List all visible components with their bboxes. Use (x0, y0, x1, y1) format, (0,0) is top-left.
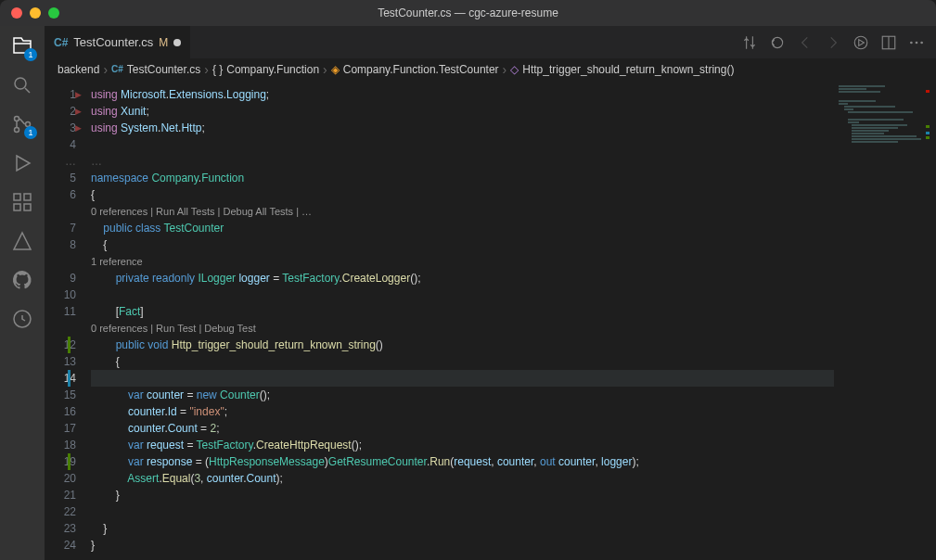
maximize-window-button[interactable] (48, 7, 59, 19)
editor-actions (741, 34, 936, 51)
current-line-highlight (91, 370, 936, 387)
gutter-added-icon (68, 337, 71, 353)
extensions-icon[interactable] (11, 191, 33, 213)
more-actions-icon[interactable] (908, 34, 925, 51)
code-editor[interactable]: 1 2 3 4 … 5 6 7 8 9 10 11 12 13 14 15 16 (45, 81, 936, 560)
gutter-modified-icon (68, 370, 71, 387)
error-marker-icon: ▶ (75, 120, 82, 136)
breadcrumb-file[interactable]: TestCounter.cs (127, 63, 200, 76)
svg-rect-4 (14, 194, 20, 200)
next-change-icon[interactable] (825, 34, 841, 51)
window-title: TestCounter.cs — cgc-azure-resume (378, 6, 558, 19)
explorer-icon[interactable]: 1 (11, 35, 33, 57)
svg-point-1 (15, 117, 19, 121)
svg-point-0 (15, 78, 26, 89)
svg-rect-6 (14, 204, 20, 210)
breadcrumb-namespace[interactable]: Company.Function (226, 63, 319, 76)
codelens-method[interactable]: 0 references | Run Test | Debug Test (91, 320, 256, 337)
overview-ruler (923, 81, 936, 560)
class-symbol-icon: ◈ (331, 63, 340, 76)
traffic-lights (0, 7, 59, 19)
error-marker-icon: ▶ (75, 103, 82, 120)
titlebar: TestCounter.cs — cgc-azure-resume (0, 0, 936, 26)
remote-icon[interactable] (11, 308, 33, 330)
explorer-badge: 1 (24, 48, 37, 61)
breadcrumb-class[interactable]: Company.Function.TestCounter (343, 63, 499, 76)
editor-area: C# TestCounter.cs M backend › C# TestCou… (45, 26, 936, 560)
csharp-file-icon: C# (111, 64, 123, 74)
scm-badge: 1 (24, 126, 37, 139)
tab-bar: C# TestCounter.cs M (45, 26, 936, 58)
split-editor-icon[interactable] (880, 34, 897, 51)
github-icon[interactable] (11, 269, 33, 291)
run-debug-icon[interactable] (11, 152, 33, 174)
tab-testcounter[interactable]: C# TestCounter.cs M (45, 26, 190, 58)
codelens-field[interactable]: 1 reference (91, 253, 143, 270)
undo-commit-icon[interactable] (769, 34, 786, 51)
svg-point-13 (920, 41, 923, 44)
minimize-window-button[interactable] (30, 7, 41, 19)
prev-change-icon[interactable] (797, 34, 814, 51)
breadcrumb-method[interactable]: Http_trigger_should_return_known_string(… (522, 63, 734, 76)
tab-modified-indicator: M (159, 36, 168, 49)
tab-dirty-indicator (173, 39, 181, 46)
gutter-added-icon (68, 453, 71, 470)
close-window-button[interactable] (11, 7, 22, 19)
svg-rect-7 (24, 204, 31, 210)
source-control-icon[interactable]: 1 (11, 113, 33, 135)
activity-bar: 1 1 (0, 26, 45, 560)
azure-icon[interactable] (11, 230, 33, 252)
editor-content[interactable]: ▶using Microsoft.Extensions.Logging; ▶us… (91, 81, 936, 560)
svg-point-2 (15, 128, 19, 133)
svg-point-11 (910, 41, 913, 44)
breadcrumb-folder[interactable]: backend (58, 63, 99, 76)
error-marker-icon: ▶ (75, 86, 82, 103)
breadcrumbs[interactable]: backend › C# TestCounter.cs › { } Compan… (45, 58, 936, 81)
compare-changes-icon[interactable] (741, 34, 758, 51)
svg-point-9 (854, 36, 867, 49)
method-symbol-icon: ◇ (510, 63, 519, 76)
run-file-icon[interactable] (853, 34, 869, 51)
search-icon[interactable] (11, 74, 33, 96)
line-number-gutter: 1 2 3 4 … 5 6 7 8 9 10 11 12 13 14 15 16 (45, 81, 91, 560)
svg-rect-5 (24, 194, 31, 200)
svg-point-12 (916, 41, 918, 44)
tab-filename: TestCounter.cs (73, 35, 153, 49)
csharp-file-icon: C# (54, 36, 68, 49)
codelens-class[interactable]: 0 references | Run All Tests | Debug All… (91, 203, 312, 220)
minimap[interactable] (834, 81, 936, 560)
